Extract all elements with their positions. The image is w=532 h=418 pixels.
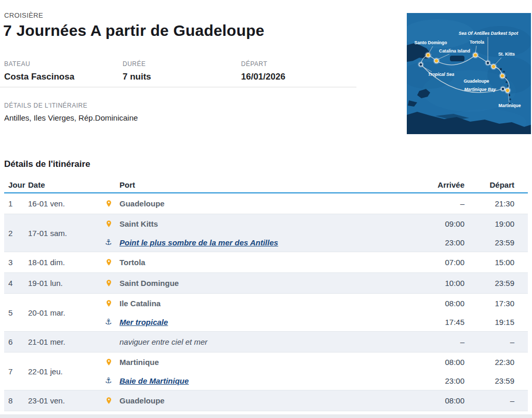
itinerary-row-day-7: 722-01 jeu.Martinique08:0022:30⚓Baie de … — [4, 352, 528, 390]
departure-time: 19:15 — [464, 318, 514, 326]
next-section-edge — [0, 414, 532, 418]
arrival-time: – — [417, 199, 464, 208]
col-header-arrival: Arrivée — [417, 180, 464, 189]
fact-ship: BATEAU Costa Fascinosa — [4, 60, 123, 82]
col-header-departure: Départ — [464, 180, 514, 189]
arrival-time: 09:00 — [417, 219, 464, 228]
arrival-time: 23:00 — [417, 238, 464, 247]
day-date: 20-01 mar. — [28, 294, 105, 331]
excursion-link[interactable]: Baie de Martinique — [119, 376, 189, 385]
map-dot-sea-of-antilles-darkest-spot — [486, 61, 489, 64]
day-date: 22-01 jeu. — [28, 352, 105, 390]
day-date: 18-01 dim. — [28, 252, 105, 272]
itinerary-section: Détails de l'itinéraire Jour Date Port A… — [0, 156, 532, 411]
port-pin-icon — [105, 200, 113, 207]
departure-time: 21:30 — [464, 199, 514, 208]
stop-line: Tortola07:0015:00 — [105, 252, 514, 272]
stop-line: Saint Kitts09:0019:00 — [105, 214, 514, 233]
day-number: 1 — [4, 193, 28, 214]
itinerary-row-day-1: 116-01 ven.Guadeloupe–21:30 — [4, 193, 528, 214]
map-label-sea-of-antilles-darkest-spot: Sea Of Antilles Darkest Spot — [459, 31, 519, 36]
arrival-time: 08:00 — [417, 299, 464, 308]
itinerary-row-day-4: 419-01 lun.Saint Domingue10:0023:59 — [4, 273, 528, 294]
arrival-time: 17:45 — [417, 318, 464, 326]
port-name: Martinique — [119, 358, 417, 367]
anchor-icon: ⚓ — [105, 318, 112, 326]
departure-time: 22:30 — [464, 358, 514, 367]
day-number: 3 — [4, 252, 28, 272]
itinerary-row-day-3: 318-01 dim.Tortola07:0015:00 — [4, 252, 528, 273]
arrival-time: 08:00 — [417, 358, 464, 367]
day-date: 16-01 ven. — [28, 193, 105, 214]
map-dot-tropical-sea — [419, 63, 422, 66]
departure-time: 23:59 — [464, 279, 514, 288]
port-name: Saint Kitts — [119, 219, 417, 228]
day-number: 2 — [4, 214, 28, 252]
arrival-time: – — [417, 337, 464, 346]
col-header-day: Jour — [4, 180, 28, 189]
stop-line: Saint Domingue10:0023:59 — [105, 273, 514, 293]
departure-time: 19:00 — [464, 219, 514, 228]
port-name: Tortola — [119, 258, 417, 267]
map-dot-martinique-bay — [501, 87, 504, 90]
map-label-tropical-sea: Tropical Sea — [428, 72, 455, 77]
map-dot-santo-domingo — [426, 53, 430, 57]
arrival-time: 08:00 — [417, 396, 464, 405]
map-label-st-kitts: St. Kitts — [498, 51, 515, 57]
day-number: 4 — [4, 273, 28, 293]
port-pin-icon — [105, 397, 113, 404]
port-pin-icon — [105, 358, 113, 366]
stop-line: Guadeloupe–21:30 — [105, 193, 514, 214]
route-map: Sea Of Antilles Darkest SpotSanto Doming… — [407, 13, 531, 134]
map-label-martinique-bay: Martinique Bay — [464, 87, 497, 92]
map-label-santo-domingo: Santo Domingo — [415, 40, 447, 45]
map-label-martinique: Martinique — [499, 103, 521, 108]
fact-duration-label: DURÉE — [123, 60, 241, 68]
itinerary-heading: Détails de l'itinéraire — [4, 159, 532, 169]
stop-line: ⚓Mer tropicale17:4519:15 — [105, 312, 514, 331]
itinerary-table: Jour Date Port Arrivée Départ 116-01 ven… — [4, 177, 528, 411]
sea-day-label: naviguer entre ciel et mer — [119, 337, 417, 346]
day-number: 6 — [4, 332, 28, 352]
port-name: Ile Catalina — [119, 299, 417, 308]
departure-time: – — [464, 396, 514, 405]
fact-departure-value: 16/01/2026 — [241, 72, 360, 82]
route-map-image: Sea Of Antilles Darkest SpotSanto Doming… — [407, 13, 531, 134]
port-name: Guadeloupe — [119, 396, 417, 405]
arrival-time: 23:00 — [417, 376, 464, 385]
fact-departure-label: DÉPART — [241, 60, 360, 68]
itinerary-summary-label: DÉTAILS DE L'ITINÉRAIRE — [4, 102, 87, 109]
excursion-link[interactable]: Point le plus sombre de la mer des Antil… — [119, 238, 278, 247]
itinerary-row-day-2: 217-01 sam.Saint Kitts09:0019:00⚓Point l… — [4, 214, 528, 252]
arrival-time: 07:00 — [417, 258, 464, 267]
anchor-icon: ⚓ — [105, 239, 112, 246]
day-date: 21-01 mer. — [28, 332, 105, 352]
port-pin-icon — [105, 258, 113, 266]
anchor-icon: ⚓ — [105, 377, 112, 385]
departure-time: 17:30 — [464, 299, 514, 308]
header-divider — [0, 87, 356, 87]
page-title: 7 Journées A partir de Guadeloupe — [3, 22, 264, 40]
port-name: Saint Domingue — [119, 279, 417, 288]
day-date: 17-01 sam. — [28, 214, 105, 252]
itinerary-row-day-8: 823-01 ven.Guadeloupe08:00– — [4, 390, 528, 411]
itinerary-row-day-5: 520-01 mar.Ile Catalina08:0017:30⚓Mer tr… — [4, 294, 528, 332]
map-dot-tortola — [473, 53, 477, 57]
day-number: 5 — [4, 294, 28, 331]
day-number: 8 — [4, 390, 28, 411]
fact-ship-label: BATEAU — [4, 60, 123, 68]
map-label-catalina-island: Catalina Island — [439, 48, 470, 54]
excursion-link[interactable]: Mer tropicale — [119, 318, 168, 326]
itinerary-summary-value: Antilles, Iles Vierges, Rép.Dominicaine — [4, 113, 138, 122]
stop-line: Guadeloupe08:00– — [105, 390, 514, 411]
fact-departure: DÉPART 16/01/2026 — [241, 60, 360, 82]
arrival-time: 10:00 — [417, 279, 464, 288]
table-header-row: Jour Date Port Arrivée Départ — [4, 177, 528, 193]
stop-line: Martinique08:0022:30 — [105, 352, 514, 371]
col-header-port: Port — [105, 180, 417, 189]
port-name: Guadeloupe — [119, 199, 417, 208]
map-dot-catalina-island — [434, 59, 438, 63]
itinerary-row-day-6: 621-01 mer.naviguer entre ciel et mer–– — [4, 332, 528, 352]
stop-line: naviguer entre ciel et mer–– — [105, 332, 514, 352]
day-date: 19-01 lun. — [28, 273, 105, 293]
